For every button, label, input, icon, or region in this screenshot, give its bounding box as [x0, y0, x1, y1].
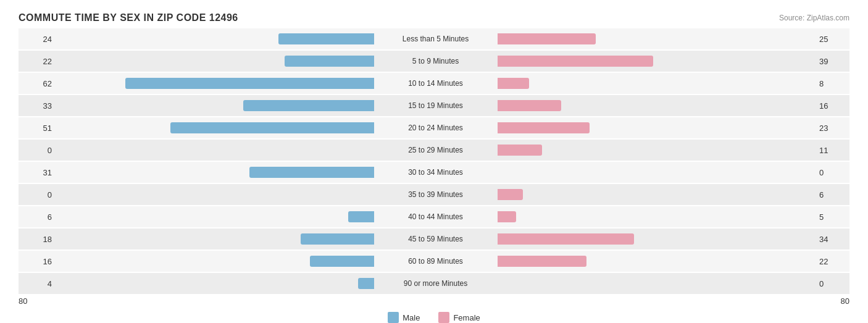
left-bars	[56, 188, 374, 201]
male-value: 31	[19, 168, 56, 177]
row-label: 90 or more Minutes	[374, 279, 498, 288]
male-bar	[358, 278, 374, 289]
table-row: 51 20 to 24 Minutes 23	[19, 117, 849, 138]
left-bars	[56, 166, 374, 179]
right-bars	[498, 166, 816, 179]
male-legend-label: Male	[403, 313, 420, 322]
bars-container: 45 to 59 Minutes	[56, 229, 816, 250]
male-bar	[285, 56, 373, 67]
right-bars	[498, 121, 816, 135]
left-bars	[56, 210, 374, 224]
female-value: 23	[816, 124, 849, 133]
female-value: 0	[816, 279, 849, 288]
female-bar	[498, 256, 586, 267]
bars-container: 25 to 29 Minutes	[56, 140, 816, 161]
axis-labels: 80 80	[19, 296, 849, 306]
table-row: 6 40 to 44 Minutes 5	[19, 206, 849, 227]
row-label: 30 to 34 Minutes	[374, 168, 498, 177]
table-row: 0 25 to 29 Minutes 11	[19, 140, 849, 161]
right-bars	[498, 54, 816, 68]
table-row: 24 Less than 5 Minutes 25	[19, 28, 849, 49]
table-row: 0 35 to 39 Minutes 6	[19, 184, 849, 205]
bars-container: Less than 5 Minutes	[56, 28, 816, 49]
left-bars	[56, 277, 374, 290]
table-row: 31 30 to 34 Minutes 0	[19, 162, 849, 183]
right-bars	[498, 99, 816, 112]
axis-left: 80	[19, 296, 27, 306]
male-value: 62	[19, 79, 56, 88]
male-bar	[125, 78, 373, 89]
male-legend-box	[388, 312, 399, 323]
left-bars	[56, 77, 374, 90]
male-bar	[278, 33, 374, 44]
bars-container: 30 to 34 Minutes	[56, 162, 816, 183]
male-value: 6	[19, 212, 56, 222]
right-bars	[498, 232, 816, 246]
right-bars	[498, 32, 816, 46]
male-value: 51	[19, 124, 56, 133]
table-row: 4 90 or more Minutes 0	[19, 273, 849, 294]
chart-area: 24 Less than 5 Minutes 25 22 5 to 9 Minu…	[19, 28, 849, 294]
female-bar	[498, 100, 561, 111]
female-value: 39	[816, 57, 849, 66]
female-value: 16	[816, 101, 849, 111]
female-value: 11	[816, 146, 849, 155]
female-legend-label: Female	[453, 313, 480, 322]
left-bars	[56, 99, 374, 112]
row-label: Less than 5 Minutes	[374, 35, 498, 43]
female-bar	[498, 211, 517, 222]
male-value: 18	[19, 235, 56, 244]
bars-container: 20 to 24 Minutes	[56, 117, 816, 138]
right-bars	[498, 143, 816, 157]
legend-female: Female	[438, 312, 480, 323]
row-label: 10 to 14 Minutes	[374, 79, 498, 88]
female-bar	[498, 122, 590, 133]
male-bar	[348, 211, 373, 222]
row-label: 20 to 24 Minutes	[374, 124, 498, 132]
right-bars	[498, 210, 816, 224]
table-row: 16 60 to 89 Minutes 22	[19, 251, 849, 272]
female-value: 6	[816, 190, 849, 199]
bars-container: 10 to 14 Minutes	[56, 73, 816, 94]
left-bars	[56, 143, 374, 157]
female-value: 5	[816, 212, 849, 222]
bars-container: 40 to 44 Minutes	[56, 206, 816, 227]
table-row: 62 10 to 14 Minutes 8	[19, 73, 849, 94]
female-bar	[498, 145, 542, 156]
female-value: 0	[816, 168, 849, 177]
female-value: 8	[816, 79, 849, 88]
male-value: 0	[19, 190, 56, 199]
female-legend-box	[438, 312, 449, 323]
male-value: 33	[19, 101, 56, 111]
female-bar	[498, 33, 596, 44]
male-bar	[243, 100, 373, 111]
female-value: 34	[816, 235, 849, 244]
female-value: 25	[816, 35, 849, 44]
male-bar	[310, 256, 373, 267]
right-bars	[498, 277, 816, 290]
row-label: 25 to 29 Minutes	[374, 146, 498, 154]
male-value: 22	[19, 57, 56, 66]
male-value: 0	[19, 146, 56, 155]
right-bars	[498, 188, 816, 201]
legend: Male Female	[19, 312, 849, 323]
bars-container: 5 to 9 Minutes	[56, 51, 816, 72]
male-bar	[249, 167, 373, 178]
left-bars	[56, 121, 374, 135]
table-row: 22 5 to 9 Minutes 39	[19, 51, 849, 72]
axis-right: 80	[841, 296, 849, 306]
row-label: 40 to 44 Minutes	[374, 212, 498, 221]
male-bar	[301, 233, 374, 245]
legend-male: Male	[388, 312, 420, 323]
bars-container: 15 to 19 Minutes	[56, 95, 816, 116]
right-bars	[498, 77, 816, 90]
female-value: 22	[816, 257, 849, 266]
row-label: 45 to 59 Minutes	[374, 235, 498, 243]
left-bars	[56, 254, 374, 268]
table-row: 18 45 to 59 Minutes 34	[19, 229, 849, 250]
male-value: 16	[19, 257, 56, 266]
table-row: 33 15 to 19 Minutes 16	[19, 95, 849, 116]
male-bar	[170, 122, 374, 133]
female-bar	[498, 78, 530, 89]
row-label: 15 to 19 Minutes	[374, 101, 498, 110]
